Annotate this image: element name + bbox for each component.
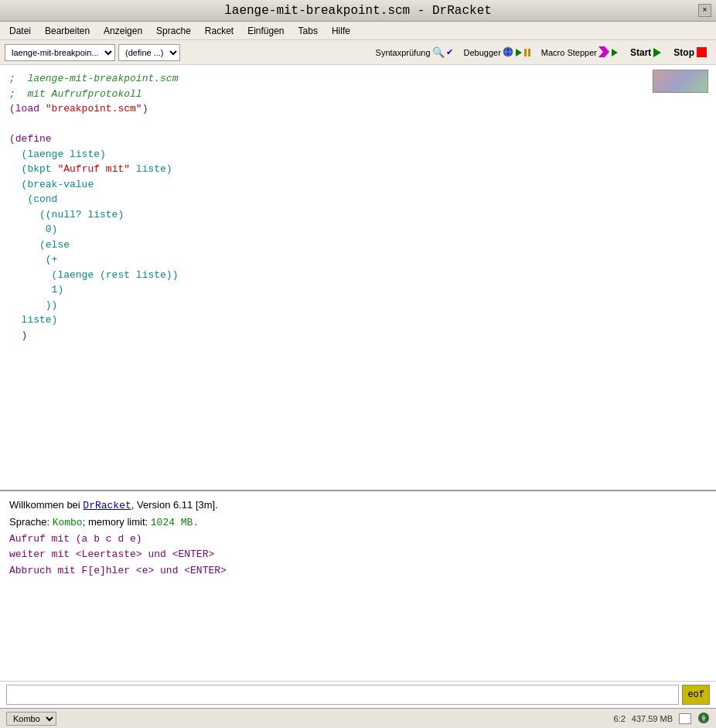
code-line-13: (+ bbox=[9, 252, 707, 268]
menu-einfuegen[interactable]: Einfügen bbox=[241, 24, 290, 38]
memory-indicator bbox=[679, 713, 691, 724]
stop-icon bbox=[697, 47, 707, 57]
code-line-14: (laenge (rest liste)) bbox=[9, 268, 707, 283]
menu-tabs[interactable]: Tabs bbox=[292, 24, 324, 38]
macro-label: Macro Stepper bbox=[541, 48, 597, 57]
code-line-8: (break-value bbox=[9, 177, 707, 193]
close-button[interactable]: × bbox=[698, 4, 711, 17]
repl-aufruf-line: Aufruf mit (a b c d e) bbox=[9, 531, 707, 548]
code-line-16: )) bbox=[9, 298, 707, 313]
eof-button[interactable]: eof bbox=[682, 685, 710, 705]
magnifier-icon: 🔍 bbox=[432, 46, 445, 58]
memory-value: 1024 MB. bbox=[151, 517, 199, 528]
code-line-15: 1) bbox=[9, 282, 707, 298]
sprache-value: Kombo bbox=[53, 517, 83, 528]
stop-label: Stop bbox=[673, 47, 694, 58]
menu-sprache[interactable]: Sprache bbox=[150, 24, 197, 38]
menu-datei[interactable]: Datei bbox=[3, 24, 37, 38]
code-line-17: liste) bbox=[9, 313, 707, 328]
checkmark-icon: ✔ bbox=[446, 47, 453, 57]
start-button[interactable]: Start bbox=[626, 46, 666, 60]
memory-text: ; memory limit: bbox=[83, 516, 151, 528]
menu-racket[interactable]: Racket bbox=[199, 24, 240, 38]
menu-bar: Datei Bearbeiten Anzeigen Sprache Racket… bbox=[0, 22, 716, 40]
stop-button[interactable]: Stop bbox=[669, 46, 711, 60]
start-icon bbox=[653, 48, 661, 57]
drracket-link[interactable]: DrRacket bbox=[83, 500, 131, 511]
language-dropdown[interactable]: Kombo bbox=[6, 712, 56, 726]
repl-input-row: eof bbox=[0, 681, 716, 708]
macro-play-icon bbox=[612, 49, 618, 56]
title-bar: laenge-mit-breakpoint.scm - DrRacket × bbox=[0, 0, 716, 22]
svg-point-5 bbox=[702, 716, 705, 719]
status-left: Kombo bbox=[6, 712, 56, 726]
aufruf-text: Aufruf mit (a b c d e) bbox=[9, 533, 142, 545]
repl-abbruch-line: Abbruch mit F[e]hler <e> und <ENTER> bbox=[9, 563, 707, 579]
syntax-check-button[interactable]: Syntaxprüfung 🔍 ✔ bbox=[372, 44, 457, 60]
debugger-button[interactable]: Debugger bbox=[460, 44, 534, 61]
window-title: laenge-mit-breakpoint.scm - DrRacket bbox=[224, 4, 492, 18]
code-line-18: ) bbox=[9, 328, 707, 343]
code-line-2: ; mit Aufrufprotokoll bbox=[9, 87, 707, 102]
repl-weiter-line: weiter mit <Leertaste> und <ENTER> bbox=[9, 547, 707, 563]
menu-bearbeiten[interactable]: Bearbeiten bbox=[39, 24, 96, 38]
code-line-9: (cond bbox=[9, 192, 707, 207]
code-line-12: (else bbox=[9, 238, 707, 253]
define-dropdown[interactable]: (define ...) bbox=[118, 44, 180, 61]
status-right: 6:2 437.59 MB bbox=[614, 712, 711, 726]
weiter-text: weiter mit <Leertaste> und <ENTER> bbox=[9, 549, 214, 560]
start-label: Start bbox=[630, 47, 651, 58]
toolbar: laenge-mit-breakpoin... (define ...) Syn… bbox=[0, 40, 716, 65]
repl-area: Willkommen bei DrRacket, Version 6.11 [3… bbox=[0, 491, 716, 708]
repl-welcome-line: Willkommen bei DrRacket, Version 6.11 [3… bbox=[9, 497, 707, 514]
syntax-label: Syntaxprüfung bbox=[376, 48, 431, 57]
debugger-label: Debugger bbox=[464, 48, 501, 57]
play-debug-icon bbox=[516, 49, 522, 56]
sprache-label: Sprache: bbox=[9, 516, 53, 528]
repl-output: Willkommen bei DrRacket, Version 6.11 [3… bbox=[0, 491, 716, 681]
editor-area[interactable]: ; laenge-mit-breakpoint.scm ; mit Aufruf… bbox=[0, 65, 716, 491]
code-line-blank1 bbox=[9, 117, 707, 132]
code-line-1: ; laenge-mit-breakpoint.scm bbox=[9, 71, 707, 87]
welcome-text2: , Version 6.11 [3m]. bbox=[131, 499, 218, 511]
code-line-10: ((null? liste) bbox=[9, 207, 707, 223]
menu-anzeigen[interactable]: Anzeigen bbox=[97, 24, 148, 38]
repl-sprache-line: Sprache: Kombo; memory limit: 1024 MB. bbox=[9, 514, 707, 531]
drracket-logo bbox=[653, 70, 708, 93]
menu-hilfe[interactable]: Hilfe bbox=[326, 24, 356, 38]
macro-stepper-button[interactable]: Macro Stepper bbox=[537, 44, 622, 61]
code-line-5: (define bbox=[9, 132, 707, 147]
macro-icon bbox=[598, 46, 609, 59]
status-bar: Kombo 6:2 437.59 MB bbox=[0, 708, 716, 728]
memory-usage: 437.59 MB bbox=[632, 714, 673, 723]
file-dropdown[interactable]: laenge-mit-breakpoin... bbox=[5, 44, 115, 61]
gc-icon bbox=[697, 712, 710, 726]
globe-debug-icon bbox=[503, 46, 513, 59]
welcome-text: Willkommen bei bbox=[9, 499, 83, 511]
code-line-6: (laenge liste) bbox=[9, 147, 707, 162]
svg-marker-3 bbox=[598, 46, 609, 57]
repl-input[interactable] bbox=[6, 685, 679, 705]
code-line-7: (bkpt "Aufruf mit" liste) bbox=[9, 162, 707, 177]
cursor-position: 6:2 bbox=[614, 714, 626, 723]
abbruch-text: Abbruch mit F[e]hler <e> und <ENTER> bbox=[9, 565, 227, 576]
code-line-11: 0) bbox=[9, 222, 707, 238]
code-line-3: (load "breakpoint.scm") bbox=[9, 101, 707, 117]
pause-debug-icon bbox=[524, 49, 530, 56]
